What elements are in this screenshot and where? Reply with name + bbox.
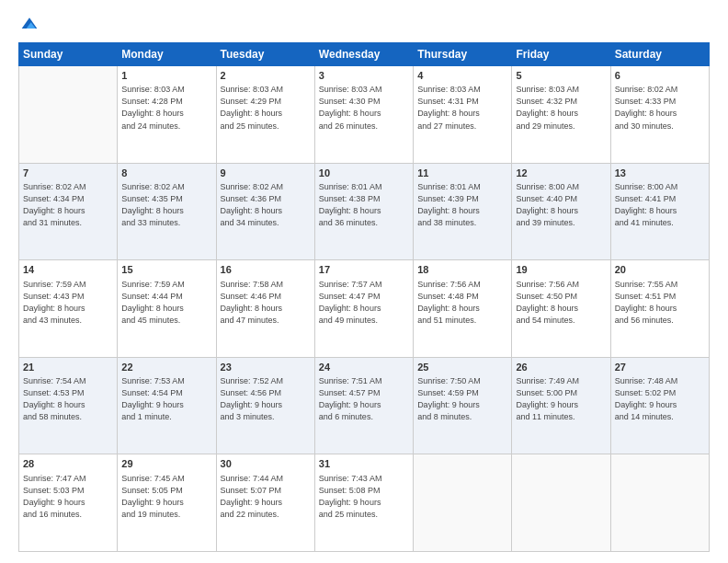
calendar-day-cell: 18Sunrise: 7:56 AM Sunset: 4:48 PM Dayli… — [414, 260, 512, 358]
day-number: 20 — [615, 263, 705, 277]
calendar-day-cell: 11Sunrise: 8:01 AM Sunset: 4:39 PM Dayli… — [414, 163, 512, 260]
day-header-saturday: Saturday — [610, 43, 709, 66]
calendar-day-cell: 13Sunrise: 8:00 AM Sunset: 4:41 PM Dayli… — [610, 163, 709, 260]
day-number: 11 — [417, 167, 507, 180]
calendar-day-cell: 22Sunrise: 7:53 AM Sunset: 4:54 PM Dayli… — [118, 357, 216, 454]
calendar-day-cell: 31Sunrise: 7:43 AM Sunset: 5:08 PM Dayli… — [314, 454, 413, 552]
calendar-day-cell: 7Sunrise: 8:02 AM Sunset: 4:34 PM Daylig… — [19, 163, 118, 260]
calendar-table: SundayMondayTuesdayWednesdayThursdayFrid… — [18, 42, 710, 552]
day-info: Sunrise: 7:59 AM Sunset: 4:44 PM Dayligh… — [121, 279, 211, 327]
calendar-day-cell: 4Sunrise: 8:03 AM Sunset: 4:31 PM Daylig… — [414, 66, 512, 164]
calendar-week-row: 14Sunrise: 7:59 AM Sunset: 4:43 PM Dayli… — [19, 260, 710, 358]
day-info: Sunrise: 8:02 AM Sunset: 4:35 PM Dayligh… — [121, 181, 211, 229]
day-info: Sunrise: 7:52 AM Sunset: 4:56 PM Dayligh… — [221, 375, 311, 423]
day-number: 26 — [516, 361, 606, 374]
day-number: 4 — [417, 69, 507, 83]
day-info: Sunrise: 7:53 AM Sunset: 4:54 PM Dayligh… — [121, 375, 211, 423]
day-info: Sunrise: 8:00 AM Sunset: 4:41 PM Dayligh… — [615, 181, 705, 229]
day-header-friday: Friday — [512, 43, 610, 66]
day-header-tuesday: Tuesday — [216, 43, 314, 66]
day-info: Sunrise: 7:47 AM Sunset: 5:03 PM Dayligh… — [23, 473, 113, 521]
day-info: Sunrise: 7:45 AM Sunset: 5:05 PM Dayligh… — [121, 473, 211, 521]
logo-icon — [20, 15, 39, 33]
day-number: 30 — [221, 457, 311, 471]
calendar-day-cell: 8Sunrise: 8:02 AM Sunset: 4:35 PM Daylig… — [118, 163, 216, 260]
day-info: Sunrise: 7:49 AM Sunset: 5:00 PM Dayligh… — [516, 375, 606, 423]
day-info: Sunrise: 7:56 AM Sunset: 4:48 PM Dayligh… — [417, 279, 507, 327]
day-number: 3 — [319, 69, 409, 83]
logo — [18, 15, 39, 33]
day-header-sunday: Sunday — [19, 43, 118, 66]
calendar-day-cell: 15Sunrise: 7:59 AM Sunset: 4:44 PM Dayli… — [118, 260, 216, 358]
calendar-day-cell — [19, 66, 118, 164]
day-number: 9 — [221, 167, 311, 180]
day-header-monday: Monday — [118, 43, 216, 66]
calendar-day-cell: 25Sunrise: 7:50 AM Sunset: 4:59 PM Dayli… — [414, 357, 512, 454]
calendar-day-cell: 29Sunrise: 7:45 AM Sunset: 5:05 PM Dayli… — [118, 454, 216, 552]
day-number: 27 — [615, 361, 705, 374]
day-info: Sunrise: 8:03 AM Sunset: 4:31 PM Dayligh… — [417, 84, 507, 132]
calendar-day-cell: 14Sunrise: 7:59 AM Sunset: 4:43 PM Dayli… — [19, 260, 118, 358]
day-info: Sunrise: 7:44 AM Sunset: 5:07 PM Dayligh… — [221, 473, 311, 521]
calendar-day-cell: 20Sunrise: 7:55 AM Sunset: 4:51 PM Dayli… — [610, 260, 709, 358]
day-number: 17 — [319, 263, 409, 277]
calendar-day-cell — [512, 454, 610, 552]
day-number: 15 — [121, 263, 211, 277]
day-number: 10 — [319, 167, 409, 180]
day-number: 14 — [23, 263, 113, 277]
calendar-week-row: 21Sunrise: 7:54 AM Sunset: 4:53 PM Dayli… — [19, 357, 710, 454]
day-number: 18 — [417, 263, 507, 277]
calendar-day-cell: 30Sunrise: 7:44 AM Sunset: 5:07 PM Dayli… — [216, 454, 314, 552]
day-header-wednesday: Wednesday — [314, 43, 413, 66]
day-number: 8 — [121, 167, 211, 180]
calendar-week-row: 7Sunrise: 8:02 AM Sunset: 4:34 PM Daylig… — [19, 163, 710, 260]
day-number: 28 — [23, 457, 113, 471]
calendar-day-cell: 12Sunrise: 8:00 AM Sunset: 4:40 PM Dayli… — [512, 163, 610, 260]
calendar-day-cell: 5Sunrise: 8:03 AM Sunset: 4:32 PM Daylig… — [512, 66, 610, 164]
calendar-day-cell: 23Sunrise: 7:52 AM Sunset: 4:56 PM Dayli… — [216, 357, 314, 454]
calendar-day-cell: 3Sunrise: 8:03 AM Sunset: 4:30 PM Daylig… — [314, 66, 413, 164]
day-number: 2 — [221, 69, 311, 83]
day-info: Sunrise: 7:55 AM Sunset: 4:51 PM Dayligh… — [615, 279, 705, 327]
calendar-day-cell: 24Sunrise: 7:51 AM Sunset: 4:57 PM Dayli… — [314, 357, 413, 454]
day-number: 23 — [221, 361, 311, 374]
day-number: 21 — [23, 361, 113, 374]
day-number: 1 — [121, 69, 211, 83]
day-number: 31 — [319, 457, 409, 471]
calendar-day-cell: 6Sunrise: 8:02 AM Sunset: 4:33 PM Daylig… — [610, 66, 709, 164]
calendar-day-cell: 26Sunrise: 7:49 AM Sunset: 5:00 PM Dayli… — [512, 357, 610, 454]
day-header-thursday: Thursday — [414, 43, 512, 66]
day-number: 6 — [615, 69, 705, 83]
day-info: Sunrise: 8:03 AM Sunset: 4:32 PM Dayligh… — [516, 84, 606, 132]
day-info: Sunrise: 7:59 AM Sunset: 4:43 PM Dayligh… — [23, 279, 113, 327]
day-info: Sunrise: 7:54 AM Sunset: 4:53 PM Dayligh… — [23, 375, 113, 423]
page: SundayMondayTuesdayWednesdayThursdayFrid… — [0, 0, 728, 563]
calendar-day-cell — [414, 454, 512, 552]
calendar-day-cell: 27Sunrise: 7:48 AM Sunset: 5:02 PM Dayli… — [610, 357, 709, 454]
day-info: Sunrise: 8:00 AM Sunset: 4:40 PM Dayligh… — [516, 181, 606, 229]
day-info: Sunrise: 8:02 AM Sunset: 4:34 PM Dayligh… — [23, 181, 113, 229]
calendar-day-cell: 10Sunrise: 8:01 AM Sunset: 4:38 PM Dayli… — [314, 163, 413, 260]
day-info: Sunrise: 8:03 AM Sunset: 4:30 PM Dayligh… — [319, 84, 409, 132]
day-number: 29 — [121, 457, 211, 471]
day-info: Sunrise: 8:01 AM Sunset: 4:38 PM Dayligh… — [319, 181, 409, 229]
day-info: Sunrise: 7:48 AM Sunset: 5:02 PM Dayligh… — [615, 375, 705, 423]
calendar-week-row: 28Sunrise: 7:47 AM Sunset: 5:03 PM Dayli… — [19, 454, 710, 552]
calendar-week-row: 1Sunrise: 8:03 AM Sunset: 4:28 PM Daylig… — [19, 66, 710, 164]
calendar-day-cell — [610, 454, 709, 552]
calendar-header-row: SundayMondayTuesdayWednesdayThursdayFrid… — [19, 43, 710, 66]
calendar-day-cell: 9Sunrise: 8:02 AM Sunset: 4:36 PM Daylig… — [216, 163, 314, 260]
day-info: Sunrise: 8:01 AM Sunset: 4:39 PM Dayligh… — [417, 181, 507, 229]
day-number: 19 — [516, 263, 606, 277]
day-info: Sunrise: 8:03 AM Sunset: 4:29 PM Dayligh… — [221, 84, 311, 132]
day-info: Sunrise: 8:02 AM Sunset: 4:33 PM Dayligh… — [615, 84, 705, 132]
calendar-day-cell: 21Sunrise: 7:54 AM Sunset: 4:53 PM Dayli… — [19, 357, 118, 454]
calendar-day-cell: 28Sunrise: 7:47 AM Sunset: 5:03 PM Dayli… — [19, 454, 118, 552]
day-info: Sunrise: 7:56 AM Sunset: 4:50 PM Dayligh… — [516, 279, 606, 327]
calendar-day-cell: 1Sunrise: 8:03 AM Sunset: 4:28 PM Daylig… — [118, 66, 216, 164]
day-number: 13 — [615, 167, 705, 180]
header — [18, 15, 710, 33]
day-number: 12 — [516, 167, 606, 180]
day-number: 22 — [121, 361, 211, 374]
day-number: 24 — [319, 361, 409, 374]
